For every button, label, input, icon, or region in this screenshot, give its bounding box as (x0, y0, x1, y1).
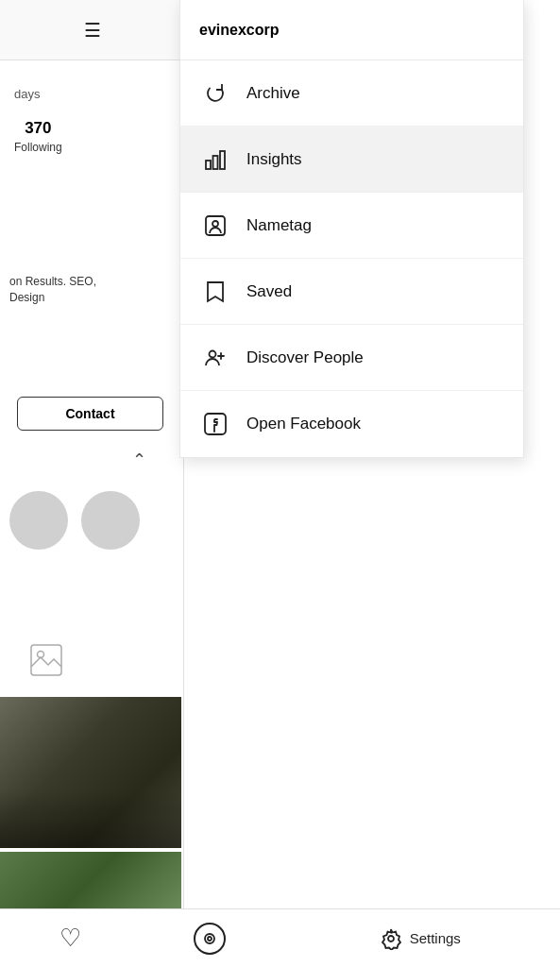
menu-item-archive[interactable]: Archive (180, 60, 523, 127)
dropdown-menu: evinexcorp Archive Insights (179, 0, 524, 458)
bottom-nav-heart[interactable]: ♡ (0, 924, 140, 953)
archive-icon (201, 79, 229, 108)
grid-placeholder-icon (28, 642, 64, 682)
svg-point-9 (205, 934, 214, 943)
facebook-icon (201, 410, 229, 438)
svg-point-6 (212, 221, 218, 227)
following-count: 370 (14, 119, 62, 138)
svg-rect-0 (31, 645, 61, 675)
svg-point-10 (208, 937, 212, 941)
bottom-nav: ♡ Settings (0, 908, 560, 967)
dropdown-header: evinexcorp (180, 0, 523, 60)
following-stat: 370 Following (14, 119, 62, 155)
home-circle-icon (194, 923, 226, 955)
hamburger-icon[interactable]: ☰ (84, 19, 101, 42)
bottom-nav-settings[interactable]: Settings (280, 927, 561, 950)
menu-item-insights[interactable]: Insights (180, 127, 523, 193)
svg-rect-8 (205, 414, 226, 434)
story-circles (9, 491, 140, 550)
nametag-label: Nametag (246, 216, 312, 235)
insights-icon (201, 145, 229, 174)
discover-people-label: Discover People (246, 348, 364, 367)
menu-item-nametag[interactable]: Nametag (180, 193, 523, 259)
contact-button[interactable]: Contact (17, 397, 163, 431)
svg-rect-3 (213, 156, 218, 169)
photo-thumbnail-2[interactable] (0, 852, 181, 908)
heart-icon: ♡ (59, 924, 81, 953)
saved-label: Saved (246, 282, 292, 301)
svg-point-11 (388, 936, 394, 942)
photo-thumbnail-1[interactable] (0, 697, 181, 848)
svg-rect-2 (206, 161, 211, 169)
days-label: days (9, 87, 40, 101)
svg-rect-4 (220, 151, 225, 169)
saved-icon (201, 278, 229, 306)
photo-placeholder-svg (28, 642, 64, 678)
menu-item-saved[interactable]: Saved (180, 259, 523, 325)
menu-item-open-facebook[interactable]: Open Facebook (180, 391, 523, 457)
dropdown-username: evinexcorp (199, 22, 279, 39)
story-circle-1[interactable] (9, 491, 68, 550)
insights-label: Insights (246, 150, 302, 169)
settings-label: Settings (410, 930, 461, 946)
bottom-nav-home[interactable] (140, 923, 280, 955)
story-circle-2[interactable] (81, 491, 140, 550)
svg-point-7 (210, 350, 216, 357)
menu-item-discover-people[interactable]: Discover People (180, 325, 523, 391)
profile-stats: days 370 Following (0, 85, 184, 155)
nametag-icon (201, 212, 229, 240)
bio-text: on Results. SEO, Design (9, 274, 175, 306)
settings-gear-icon (380, 927, 402, 950)
following-label: Following (14, 141, 62, 154)
chevron-up-icon[interactable]: ⌃ (132, 450, 146, 470)
archive-label: Archive (246, 84, 300, 103)
open-facebook-label: Open Facebook (246, 415, 361, 433)
header-bar: ☰ (0, 0, 184, 60)
discover-people-icon (201, 344, 229, 372)
photo-inner (0, 697, 181, 848)
